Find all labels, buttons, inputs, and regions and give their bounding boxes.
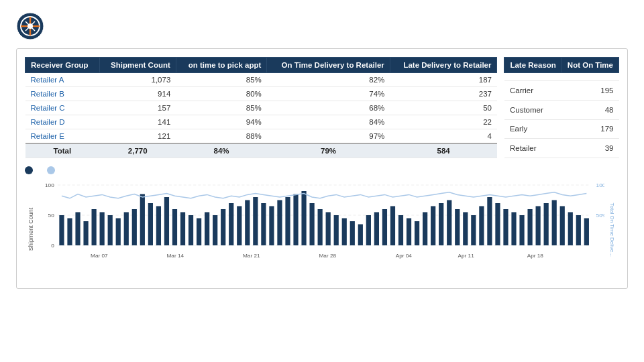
svg-text:50%: 50% <box>596 213 604 219</box>
bar <box>439 203 443 245</box>
bar <box>124 213 129 246</box>
bar <box>552 200 557 246</box>
chart-legend <box>25 166 619 174</box>
total-count: 2,770 <box>99 143 176 158</box>
col-ontime-delivery: On Time Delivery to Retailer <box>267 58 390 73</box>
col-shipment-count: Shipment Count <box>99 58 176 73</box>
bar <box>67 219 72 246</box>
bar <box>221 209 225 245</box>
bar <box>576 215 581 245</box>
chart-svg: 100 50 0 100% 50% Mar 07 Mar 14 Mar 21 M… <box>37 178 604 278</box>
retailer-name[interactable]: Retailer C <box>25 101 100 115</box>
bar <box>261 203 266 245</box>
y-axis-left-label: Shipment Count <box>28 208 34 251</box>
y-axis-right-label: Total On Time Delive... <box>609 202 615 256</box>
late-delivery: 237 <box>390 87 497 101</box>
pick-appt: 88% <box>176 129 266 144</box>
total-late: 584 <box>390 143 497 158</box>
retailer-name[interactable]: Retailer B <box>25 87 100 101</box>
table-row: Retailer A 1,073 85% 82% 187 <box>25 73 497 87</box>
pick-appt: 94% <box>176 115 266 129</box>
svg-text:100: 100 <box>45 182 54 188</box>
bar <box>253 197 258 245</box>
bar <box>374 213 379 246</box>
bar <box>140 194 145 246</box>
late-reason <box>504 73 561 81</box>
retailer-name[interactable]: Retailer E <box>25 129 100 144</box>
bar <box>318 209 323 245</box>
bar <box>390 206 395 246</box>
pick-appt: 85% <box>176 73 266 87</box>
bar <box>237 206 241 246</box>
ontime-delivery: 74% <box>267 87 390 101</box>
svg-text:Mar 07: Mar 07 <box>91 253 108 259</box>
not-ontime-count <box>561 73 619 81</box>
bar <box>309 203 314 245</box>
side-table-row <box>504 73 619 81</box>
bar <box>213 215 217 245</box>
svg-text:Mar 21: Mar 21 <box>243 253 260 259</box>
bar <box>285 197 290 245</box>
side-table-row: Retailer 39 <box>504 139 619 158</box>
tables-row: Receiver Group Shipment Count on time to… <box>25 57 619 158</box>
bar <box>116 219 121 246</box>
bar <box>560 206 565 246</box>
not-ontime-count: 195 <box>561 81 619 101</box>
page: Receiver Group Shipment Count on time to… <box>0 0 644 362</box>
late-reason: Early <box>504 119 561 139</box>
bar <box>350 221 355 245</box>
legend-shipment <box>25 166 36 174</box>
bar <box>358 225 363 246</box>
legend-ontime <box>47 166 58 174</box>
shipment-count: 1,073 <box>99 73 176 87</box>
bar <box>156 206 161 246</box>
bar <box>277 200 282 246</box>
ontime-delivery: 82% <box>267 73 390 87</box>
bar <box>100 213 105 246</box>
svg-text:Apr 11: Apr 11 <box>458 253 475 259</box>
side-table-row: Customer 48 <box>504 100 619 119</box>
late-delivery: 187 <box>390 73 497 87</box>
pick-appt: 85% <box>176 101 266 115</box>
bar <box>205 213 209 246</box>
logo <box>16 12 50 40</box>
bar <box>398 215 403 245</box>
col-late-reason: Late Reason <box>504 58 561 73</box>
late-delivery: 4 <box>390 129 497 144</box>
side-table-row: Carrier 195 <box>504 81 619 101</box>
svg-text:0: 0 <box>51 243 54 249</box>
side-table-row: Early 179 <box>504 119 619 139</box>
col-receiver: Receiver Group <box>25 58 100 73</box>
bar <box>455 209 460 245</box>
bar <box>382 209 387 245</box>
bar <box>164 197 169 245</box>
ontime-delivery: 68% <box>267 101 390 115</box>
col-pick-appt: on time to pick appt <box>176 58 266 73</box>
bar <box>447 200 451 246</box>
retailer-name[interactable]: Retailer D <box>25 115 100 129</box>
bar <box>59 215 64 245</box>
bar <box>366 215 371 245</box>
not-ontime-count: 48 <box>561 100 619 119</box>
col-late-delivery: Late Delivery to Retailer <box>390 58 497 73</box>
bar <box>511 213 516 246</box>
total-ontime: 79% <box>267 143 390 158</box>
bar <box>471 215 476 245</box>
bar <box>108 215 113 245</box>
bar <box>189 215 193 245</box>
col-not-ontime: Not On Time <box>561 58 619 73</box>
bar <box>519 215 524 245</box>
bar <box>172 209 177 245</box>
bar <box>584 219 589 246</box>
bar <box>544 203 549 245</box>
ontime-delivery: 97% <box>267 129 390 144</box>
bar <box>180 213 185 246</box>
bar <box>197 219 201 246</box>
table-row: Retailer E 121 88% 97% 4 <box>25 129 497 144</box>
svg-text:Apr 18: Apr 18 <box>527 253 544 259</box>
svg-text:Mar 14: Mar 14 <box>167 253 184 259</box>
retailer-name[interactable]: Retailer A <box>25 73 100 87</box>
late-delivery: 50 <box>390 101 497 115</box>
not-ontime-count: 39 <box>561 139 619 158</box>
total-pick: 84% <box>176 143 266 158</box>
